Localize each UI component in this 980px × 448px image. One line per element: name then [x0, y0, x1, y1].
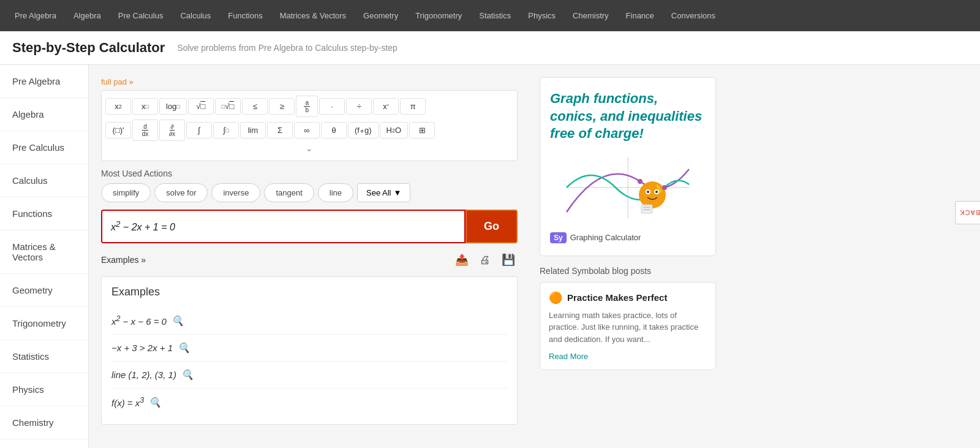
sidebar-item-physics[interactable]: Physics [0, 373, 88, 406]
toolbar-limit[interactable]: lim [240, 122, 266, 139]
toolbar-sqrt[interactable]: √□ [188, 98, 214, 115]
toolbar-theta[interactable]: θ [321, 122, 347, 139]
toolbar-integral[interactable]: ∫ [186, 122, 212, 139]
toolbar-h2o[interactable]: H2O [380, 122, 409, 139]
action-tangent[interactable]: tangent [264, 183, 314, 202]
action-simplify[interactable]: simplify [101, 183, 151, 202]
print-button[interactable]: 🖨 [477, 252, 493, 268]
toolbar-degree[interactable]: x° [373, 98, 399, 115]
go-button[interactable]: Go [466, 210, 518, 243]
blog-card-title: Practice Makes Perfect [567, 292, 667, 303]
examples-section: Examples x2 − x − 6 = 0 🔍 −x + 3 > 2x + … [101, 276, 518, 425]
main-layout: Pre Algebra Algebra Pre Calculus Calculu… [0, 65, 980, 448]
nav-item-conversions[interactable]: Conversions [663, 0, 724, 31]
math-input[interactable]: x2 − 2x + 1 = 0 [101, 210, 466, 243]
toolbar-derivative[interactable]: (□)′ [105, 122, 131, 139]
feedback-tab[interactable]: FEEDBACK [955, 201, 980, 224]
nav-item-algebra[interactable]: Algebra [65, 0, 110, 31]
toolbar-log[interactable]: log□ [159, 98, 187, 115]
nav-item-functions[interactable]: Functions [219, 0, 271, 31]
example-item-3[interactable]: line (1, 2), (3, 1) 🔍 [111, 362, 507, 389]
toolbar-matrix[interactable]: ⊞ [409, 122, 435, 139]
sy-badge: Sy [550, 232, 567, 243]
blog-card-header: 🟠 Practice Makes Perfect [549, 291, 707, 305]
nav-item-pre-algebra[interactable]: Pre Algebra [6, 0, 65, 31]
action-line[interactable]: line [318, 183, 353, 202]
graphing-calc-badge: Sy Graphing Calculator [550, 232, 641, 243]
nav-item-pre-calculus[interactable]: Pre Calculus [110, 0, 172, 31]
toolbar-ddx[interactable]: ddx [132, 120, 158, 141]
toolbar-composition[interactable]: (f∘g) [348, 122, 379, 139]
sidebar-item-matrices-vectors[interactable]: Matrices & Vectors [0, 230, 88, 274]
toolbar-x-squared[interactable]: x2 [105, 98, 131, 115]
example-item-2[interactable]: −x + 3 > 2x + 1 🔍 [111, 335, 507, 362]
toolbar-nth-root[interactable]: □√□ [215, 98, 241, 115]
sidebar-item-finance[interactable]: Finance [0, 439, 88, 448]
math-toolbar: x2 x□ log□ √□ □√□ ≤ ≥ ab · ÷ x° π (□)′ d… [101, 90, 518, 161]
toolbar-pi[interactable]: π [400, 98, 426, 115]
toolbar-x-power[interactable]: x□ [132, 98, 158, 115]
examples-title: Examples [111, 286, 507, 298]
example-item-4[interactable]: f(x) = x3 🔍 [111, 389, 507, 416]
full-pad-label-text: full pad » [101, 77, 134, 86]
actions-row: simplify solve for inverse tangent line … [101, 183, 518, 202]
toolbar-partial[interactable]: ∂∂x [159, 120, 185, 141]
toolbar-dot[interactable]: · [319, 98, 345, 115]
toolbar-row-1: x2 x□ log□ √□ □√□ ≤ ≥ ab · ÷ x° π [105, 96, 513, 117]
full-pad-toggle[interactable]: full pad » [101, 77, 518, 86]
sidebar-item-pre-algebra[interactable]: Pre Algebra [0, 65, 88, 98]
action-inverse[interactable]: inverse [211, 183, 260, 202]
toolbar-fraction[interactable]: ab [296, 96, 318, 117]
sidebar-item-algebra[interactable]: Algebra [0, 98, 88, 131]
actions-section: Most Used Actions simplify solve for inv… [101, 169, 518, 202]
blog-icon: 🟠 [549, 291, 562, 305]
nav-item-trigonometry[interactable]: Trigonometry [407, 0, 470, 31]
sidebar-item-chemistry[interactable]: Chemistry [0, 406, 88, 439]
svg-point-11 [638, 179, 643, 184]
toolbar-expand[interactable]: ⌄ [105, 141, 513, 156]
save-button[interactable]: 💾 [499, 252, 518, 268]
sidebar-item-geometry[interactable]: Geometry [0, 274, 88, 307]
toolbar-infinity[interactable]: ∞ [294, 122, 320, 139]
example-item-1[interactable]: x2 − x − 6 = 0 🔍 [111, 307, 507, 335]
nav-item-matrices-vectors[interactable]: Matrices & Vectors [271, 0, 355, 31]
toolbar-definite-integral[interactable]: ∫□ [213, 122, 239, 139]
example-expr-1: x2 − x − 6 = 0 [111, 314, 167, 327]
nav-item-statistics[interactable]: Statistics [470, 0, 519, 31]
svg-point-12 [662, 185, 667, 190]
svg-rect-7 [641, 205, 652, 213]
ad-title: Graph functions, conics, and inequalitie… [550, 90, 706, 143]
page-subtitle: Solve problems from Pre Algebra to Calcu… [177, 43, 398, 53]
graph-illustration [554, 151, 701, 224]
nav-item-finance[interactable]: Finance [617, 0, 663, 31]
read-more-link[interactable]: Read More [549, 352, 588, 361]
search-icon-2: 🔍 [178, 342, 190, 354]
sidebar-item-functions[interactable]: Functions [0, 197, 88, 230]
examples-row: Examples » 📤 🖨 💾 [101, 252, 518, 268]
print-icon: 🖨 [480, 254, 491, 266]
icon-row: 📤 🖨 💾 [453, 252, 518, 268]
toolbar-geq[interactable]: ≥ [269, 98, 295, 115]
sidebar-item-statistics[interactable]: Statistics [0, 340, 88, 373]
actions-label: Most Used Actions [101, 169, 518, 178]
nav-item-geometry[interactable]: Geometry [355, 0, 407, 31]
action-solve-for[interactable]: solve for [154, 183, 208, 202]
toolbar-sum[interactable]: Σ [267, 122, 293, 139]
blog-card-body: Learning math takes practice, lots of pr… [549, 309, 707, 346]
sidebar-item-calculus[interactable]: Calculus [0, 164, 88, 197]
share-button[interactable]: 📤 [453, 252, 471, 268]
nav-item-chemistry[interactable]: Chemistry [564, 0, 617, 31]
see-all-button[interactable]: See All ▼ [357, 183, 410, 202]
search-icon-3: 🔍 [181, 369, 194, 381]
toolbar-leq[interactable]: ≤ [242, 98, 268, 115]
chevron-down-icon: ⌄ [306, 143, 313, 153]
sidebar-item-pre-calculus[interactable]: Pre Calculus [0, 131, 88, 164]
sidebar: Pre Algebra Algebra Pre Calculus Calculu… [0, 65, 89, 448]
examples-toggle[interactable]: Examples » [101, 255, 146, 265]
nav-item-physics[interactable]: Physics [519, 0, 564, 31]
toolbar-divide[interactable]: ÷ [346, 98, 372, 115]
math-input-value: x2 − 2x + 1 = 0 [111, 219, 175, 233]
sidebar-item-trigonometry[interactable]: Trigonometry [0, 307, 88, 340]
main-content: full pad » x2 x□ log□ √□ □√□ ≤ ≥ ab · ÷ … [89, 65, 530, 448]
nav-item-calculus[interactable]: Calculus [172, 0, 219, 31]
